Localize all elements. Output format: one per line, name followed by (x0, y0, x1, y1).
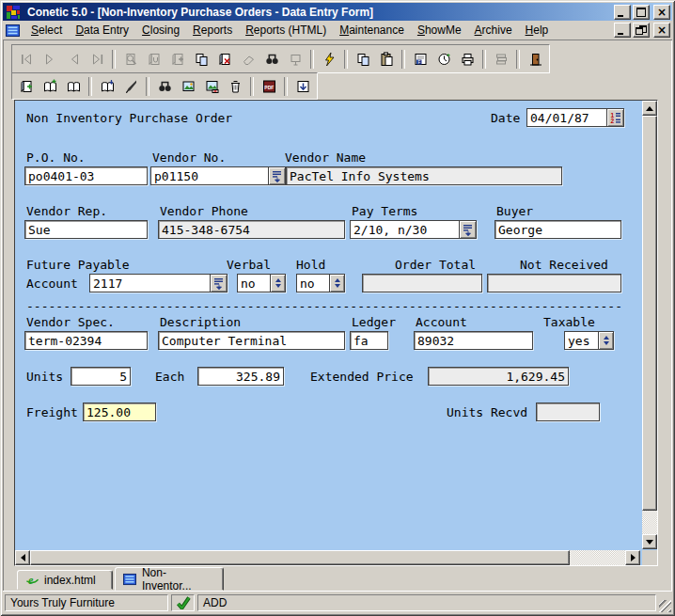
maximize-button[interactable] (633, 5, 650, 20)
ledger-input[interactable] (350, 331, 388, 350)
mdi-close-button[interactable]: × (653, 23, 670, 38)
find-record-button (119, 49, 142, 70)
close-icon: × (657, 8, 667, 17)
open-book-p-icon (100, 79, 116, 94)
form-letter-button[interactable]: F (409, 49, 432, 70)
company-name: Yours Truly Furniture (10, 596, 115, 609)
pdf-button[interactable]: PDF (258, 76, 280, 97)
freight-input[interactable] (83, 403, 156, 421)
buyer-input[interactable] (494, 220, 621, 239)
quill-pen-button[interactable] (119, 76, 142, 97)
tab-index-html[interactable]: e index.html (17, 570, 113, 590)
po-no-input[interactable] (24, 166, 148, 185)
book-delete-button[interactable] (213, 49, 236, 70)
image-button[interactable] (177, 76, 199, 97)
taxable-spinner-button[interactable] (598, 332, 613, 349)
date-input[interactable] (527, 109, 606, 126)
tab-non-inventory[interactable]: Non-Inventor... (115, 567, 224, 591)
description-input[interactable] (158, 331, 345, 350)
scroll-right-button[interactable] (625, 550, 640, 565)
clock-refresh-button[interactable] (432, 49, 455, 70)
vertical-scroll-thumb[interactable] (642, 116, 657, 511)
menu-item-reports[interactable]: Reports (186, 22, 239, 39)
taxable-input[interactable] (565, 332, 598, 349)
menu-item-closing[interactable]: Closing (135, 22, 186, 39)
book-add-icon (170, 52, 186, 67)
vendor-rep-input[interactable] (24, 220, 148, 239)
lightning-button[interactable] (318, 49, 340, 70)
toolbar-separator (284, 77, 288, 96)
section-separator: ----------------------------------------… (26, 299, 622, 313)
nav-last-button (86, 49, 108, 70)
date-picker-button[interactable]: 1 2 (606, 109, 623, 126)
future-payable-account-lookup-button[interactable] (210, 275, 227, 292)
menu-item-help[interactable]: Help (519, 22, 556, 39)
minimize-button[interactable] (614, 5, 631, 20)
form-list-icon[interactable] (5, 24, 21, 38)
menu-item-reports-html[interactable]: Reports (HTML) (239, 22, 333, 39)
horizontal-scrollbar[interactable] (15, 550, 640, 565)
find-record-icon (123, 52, 139, 67)
pay-terms-lookup-button[interactable] (459, 221, 476, 238)
extended-price-input[interactable] (428, 367, 569, 386)
open-book-p-button[interactable] (96, 76, 118, 97)
horizontal-scroll-thumb[interactable] (30, 550, 570, 565)
order-total-input[interactable] (362, 274, 482, 292)
post-note-icon (288, 52, 304, 67)
vendor-no-lookup-button[interactable] (268, 167, 285, 184)
nav-last-icon (89, 52, 105, 67)
vendor-no-input[interactable] (151, 167, 268, 184)
maximize-icon (636, 8, 646, 17)
vertical-scrollbar[interactable] (642, 101, 657, 549)
not-received-input[interactable] (487, 274, 621, 292)
print-button[interactable] (456, 49, 479, 70)
vendor-phone-input[interactable] (158, 220, 345, 239)
stack-icon (494, 52, 510, 67)
scroll-left-button[interactable] (15, 550, 30, 565)
tab-label: Non-Inventor... (142, 566, 215, 592)
copy-record-button[interactable] (190, 49, 212, 70)
menu-item-select[interactable]: Select (24, 22, 69, 39)
exit-door-button[interactable] (524, 49, 546, 70)
open-book-button[interactable] (62, 76, 85, 97)
vendor-name-input[interactable] (286, 166, 562, 185)
paste-button[interactable] (375, 49, 398, 70)
open-book-add-button[interactable] (39, 76, 61, 97)
close-button[interactable]: × (653, 5, 670, 20)
resize-grip[interactable] (659, 600, 671, 612)
menu-item-maintenance[interactable]: Maintenance (333, 22, 411, 39)
verbal-input[interactable] (238, 275, 270, 292)
scroll-up-button[interactable] (642, 101, 657, 116)
binoculars-button[interactable] (153, 76, 176, 97)
menu-item-data-entry[interactable]: Data Entry (69, 22, 135, 39)
open-book-icon (66, 79, 82, 94)
each-input[interactable] (197, 367, 284, 386)
trash-button[interactable] (224, 76, 246, 97)
mdi-minimize-button[interactable] (614, 23, 631, 38)
image-remove-button[interactable] (200, 76, 223, 97)
book-new-button[interactable] (15, 76, 38, 97)
nav-first-icon (19, 52, 35, 67)
hold-spinner-button[interactable] (329, 275, 344, 292)
export-down-button[interactable] (291, 76, 314, 97)
verbal-spinner-button[interactable] (270, 275, 285, 292)
future-payable-account-field-group (89, 274, 228, 292)
menu-item-showme[interactable]: ShowMe (411, 22, 468, 39)
form-canvas: Non Inventory Purchase Order Date 1 2 P.… (15, 101, 640, 549)
copy-button[interactable] (352, 49, 374, 70)
menu-item-archive[interactable]: Archive (468, 22, 519, 39)
conetic-mosaic-icon[interactable] (5, 5, 21, 19)
binoculars-button[interactable] (260, 49, 283, 70)
hold-input[interactable] (297, 275, 329, 292)
units-recvd-input[interactable] (536, 403, 600, 421)
nav-forward-button (39, 49, 61, 70)
units-input[interactable] (71, 367, 131, 386)
vendor-spec-input[interactable] (24, 331, 148, 350)
book-new-icon (19, 79, 35, 94)
pay-terms-input[interactable] (351, 221, 459, 238)
scroll-down-button[interactable] (642, 534, 657, 549)
open-book-add-icon (42, 79, 58, 94)
mdi-restore-button[interactable] (633, 23, 650, 38)
future-payable-account-input[interactable] (90, 275, 210, 292)
account-input[interactable] (414, 331, 533, 350)
